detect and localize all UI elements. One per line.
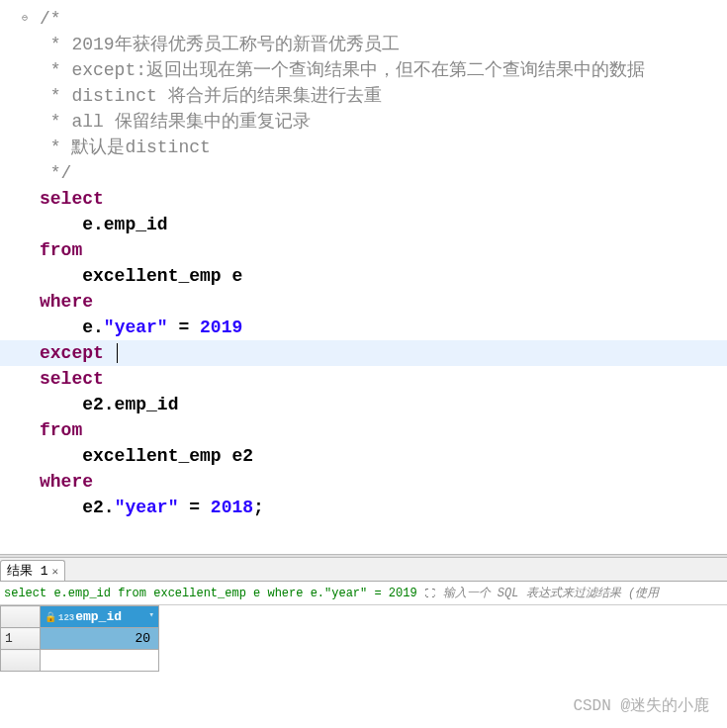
results-grid[interactable]: 🔒123emp_id ▾ 1 20 — [0, 605, 727, 672]
operator: = — [168, 318, 200, 337]
comment-close: */ — [40, 163, 71, 183]
column-header[interactable]: 🔒123emp_id ▾ — [41, 606, 159, 628]
chevron-down-icon[interactable]: ▾ — [149, 609, 154, 620]
kw-from: from — [40, 420, 82, 440]
watermark: CSDN @迷失的小鹿 — [573, 695, 709, 716]
kw-select: select — [40, 189, 104, 209]
kw-where: where — [40, 292, 93, 312]
close-icon[interactable]: ✕ — [52, 565, 59, 578]
table-row-empty — [1, 650, 159, 672]
table-row[interactable]: 1 20 — [1, 628, 159, 650]
ident: e2.emp_id — [82, 395, 178, 414]
row-number-empty — [1, 650, 41, 672]
ident: e2. — [82, 498, 114, 517]
kw-where: where — [40, 472, 93, 492]
semicolon: ; — [253, 498, 264, 517]
results-tabbar: 结果 1 ✕ — [0, 558, 727, 582]
fold-icon[interactable]: ⊖ — [22, 6, 28, 32]
string-literal: "year" — [115, 498, 179, 517]
filter-input[interactable]: 输入一个 SQL 表达式来过滤结果 (使用 — [443, 585, 723, 601]
cell-value[interactable]: 20 — [41, 628, 159, 650]
results-toolbar: select e.emp_id from excellent_emp e whe… — [0, 582, 727, 605]
query-summary: select e.emp_id from excellent_emp e whe… — [4, 587, 417, 600]
ident: excellent_emp e — [82, 266, 242, 286]
ident: e.emp_id — [82, 215, 167, 234]
number-literal: 2018 — [211, 498, 253, 517]
kw-from: from — [40, 240, 82, 260]
comment-line: * 2019年获得优秀员工称号的新晋优秀员工 — [40, 35, 400, 54]
operator: = — [178, 498, 210, 517]
lock-icon: 🔒 — [45, 612, 56, 623]
sql-editor[interactable]: ⊖/* * 2019年获得优秀员工称号的新晋优秀员工 * except:返回出现… — [0, 0, 727, 554]
comment-line: * distinct 将合并后的结果集进行去重 — [40, 86, 382, 106]
ident: e. — [82, 318, 104, 337]
string-literal: "year" — [104, 318, 168, 337]
comment-line: * 默认是distinct — [40, 137, 211, 157]
grid-corner[interactable] — [1, 606, 41, 628]
current-line[interactable]: except — [0, 340, 727, 366]
results-tab[interactable]: 结果 1 ✕ — [0, 560, 65, 581]
comment-line: * all 保留结果集中的重复记录 — [40, 112, 311, 132]
number-literal: 2019 — [200, 318, 242, 337]
row-number[interactable]: 1 — [1, 628, 41, 650]
text-cursor — [117, 343, 118, 363]
tab-label: 结果 1 — [7, 562, 48, 580]
kw-except: except — [40, 343, 104, 363]
column-name: emp_id — [75, 609, 122, 624]
expand-icon[interactable]: ⛶ — [423, 587, 437, 600]
ident: excellent_emp e2 — [82, 446, 253, 466]
comment-open: /* — [40, 9, 61, 29]
column-type-icon: 123 — [58, 613, 74, 623]
cell-empty — [41, 650, 159, 672]
kw-select: select — [40, 369, 104, 389]
comment-line: * except:返回出现在第一个查询结果中，但不在第二个查询结果中的数据 — [40, 60, 645, 80]
